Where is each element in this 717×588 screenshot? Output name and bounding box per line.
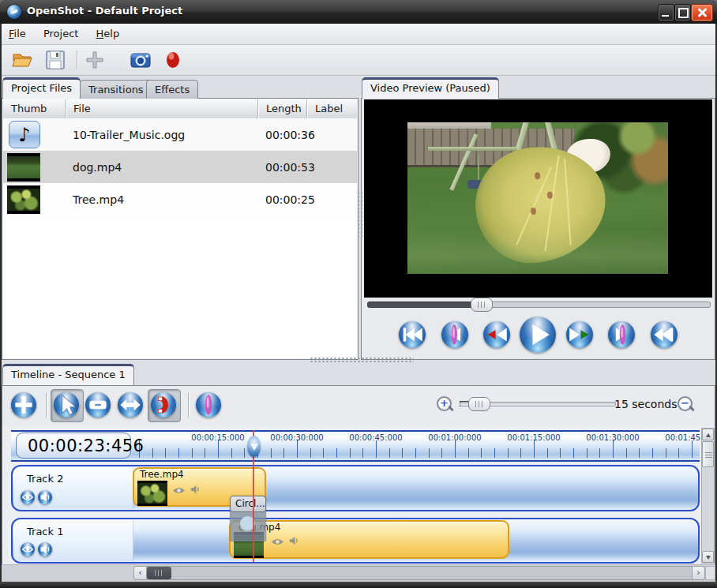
preview-seek-handle[interactable] (471, 298, 493, 312)
fast-forward-button[interactable] (566, 321, 593, 348)
magnifier-handle (448, 406, 454, 412)
skip-to-end-button[interactable] (651, 321, 678, 348)
snapshot-button[interactable] (130, 49, 152, 71)
track-name: Track 1 (27, 526, 63, 537)
add-marker-button[interactable] (196, 392, 221, 418)
track-2: Track 2 (11, 465, 700, 511)
camera-icon (130, 49, 152, 71)
timeline-toolbar-separator (188, 392, 189, 418)
file-name: Tree.mp4 (65, 193, 257, 206)
add-track-button[interactable] (11, 392, 36, 418)
thumb-grip (705, 452, 712, 458)
clip-dog[interactable]: dog.mp4 (229, 520, 509, 559)
next-marker-button[interactable] (608, 321, 635, 348)
tab-effects[interactable]: Effects (146, 80, 198, 99)
horizontal-scroll-thumb[interactable] (147, 567, 171, 579)
chevron-up-icon (706, 433, 711, 437)
zoom-slider-handle[interactable] (468, 397, 490, 411)
minimize-button[interactable] (658, 4, 674, 21)
clip-audio-icon[interactable] (288, 534, 300, 547)
clip-eye-icon[interactable] (270, 537, 285, 547)
tab-transitions[interactable]: Transitions (80, 80, 152, 99)
timeline-horizontal-scrollbar[interactable]: ‹ › (133, 566, 705, 580)
add-file-button[interactable] (84, 49, 106, 71)
window-border-bottom (0, 582, 717, 588)
tab-video-preview[interactable]: Video Preview (Paused) (362, 77, 499, 99)
play-button[interactable] (520, 316, 556, 353)
track-visibility-button[interactable] (21, 542, 35, 556)
zoom-in-button[interactable]: + (437, 396, 453, 413)
column-thumb[interactable]: Thumb (3, 99, 65, 118)
ruler-ticks-major (139, 440, 700, 458)
scene-grass-highlight (407, 228, 668, 274)
record-button[interactable] (164, 49, 182, 71)
menubar: File Project Help (2, 24, 715, 45)
handle-grip (478, 301, 486, 308)
music-note-icon: ♪ (9, 121, 40, 148)
table-row-tree[interactable]: Tree.mp4 00:00:25 (3, 183, 357, 215)
track-2-header: Track 2 (13, 467, 133, 509)
transition-label: Circl... (230, 496, 266, 512)
file-name: dog.mp4 (65, 161, 257, 174)
previous-marker-button[interactable] (441, 321, 468, 348)
timeline-vertical-scrollbar[interactable] (701, 428, 715, 564)
select-tool-button[interactable] (54, 392, 79, 418)
video-frame (407, 122, 668, 274)
file-length: 00:00:36 (257, 129, 306, 141)
column-label[interactable]: Label (306, 99, 357, 118)
rewind-button[interactable] (483, 321, 510, 348)
scroll-left-button[interactable]: ‹ (134, 567, 147, 579)
chevron-down-icon (706, 556, 711, 560)
column-length[interactable]: Length (257, 99, 306, 118)
table-row-dog[interactable]: dog.mp4 00:00:53 (3, 151, 357, 183)
clip-eye-icon[interactable] (171, 485, 186, 496)
clip-thumbnail (137, 481, 167, 506)
scroll-right-button[interactable]: › (692, 567, 704, 579)
scene-crossbar (428, 147, 516, 151)
next-marker-icon (608, 321, 635, 348)
file-thumb-cell (3, 153, 65, 182)
zoom-scale-label: 15 seconds (614, 398, 678, 410)
resize-arrows-icon (118, 392, 143, 418)
horizontal-splitter-handle[interactable] (310, 357, 414, 363)
file-thumb-cell: ♪ (3, 121, 65, 148)
speaker-icon (38, 542, 52, 556)
maximize-icon (678, 8, 689, 18)
track-audio-button[interactable] (38, 490, 52, 504)
table-row-music[interactable]: ♪ 10-Trailer_Music.ogg 00:00:36 (3, 118, 357, 151)
snap-magnet-button[interactable] (151, 392, 176, 418)
timecode-display: 00:00:23:456 (16, 433, 131, 459)
transition-circle[interactable]: Circl... (230, 496, 266, 541)
titlebar[interactable]: OpenShot - Default Project (0, 0, 717, 24)
vertical-splitter-handle[interactable] (357, 191, 362, 237)
resize-tool-button[interactable] (118, 392, 143, 418)
tab-project-files[interactable]: Project Files (2, 77, 81, 99)
vertical-scroll-thumb[interactable] (702, 441, 714, 467)
fast-forward-icon (566, 321, 593, 348)
open-project-button[interactable] (11, 49, 33, 71)
scroll-up-button[interactable] (702, 429, 714, 440)
zoom-out-button[interactable]: − (678, 396, 694, 413)
skip-to-start-button[interactable] (399, 321, 426, 348)
video-display-area (364, 99, 712, 298)
openshot-logo-icon (7, 5, 21, 19)
menu-help[interactable]: Help (89, 24, 127, 39)
playhead-handle[interactable] (247, 436, 261, 457)
column-file[interactable]: File (65, 99, 257, 118)
thumb-grip (155, 570, 163, 576)
save-project-button[interactable] (44, 49, 66, 71)
clip-audio-icon[interactable] (190, 483, 201, 496)
razor-tool-button[interactable] (85, 392, 111, 418)
maximize-button[interactable] (674, 4, 691, 21)
close-button[interactable] (691, 4, 713, 21)
tab-timeline[interactable]: Timeline - Sequence 1 (2, 364, 134, 385)
file-table-body: ♪ 10-Trailer_Music.ogg 00:00:36 dog.mp4 … (3, 118, 357, 358)
track-audio-button[interactable] (38, 542, 52, 556)
file-length: 00:00:53 (257, 161, 306, 174)
track-visibility-button[interactable] (21, 490, 35, 504)
previous-marker-icon (441, 321, 468, 348)
menu-file[interactable]: File (2, 24, 33, 39)
scroll-down-button[interactable] (702, 551, 714, 563)
play-icon (520, 316, 556, 353)
menu-project[interactable]: Project (36, 24, 85, 39)
